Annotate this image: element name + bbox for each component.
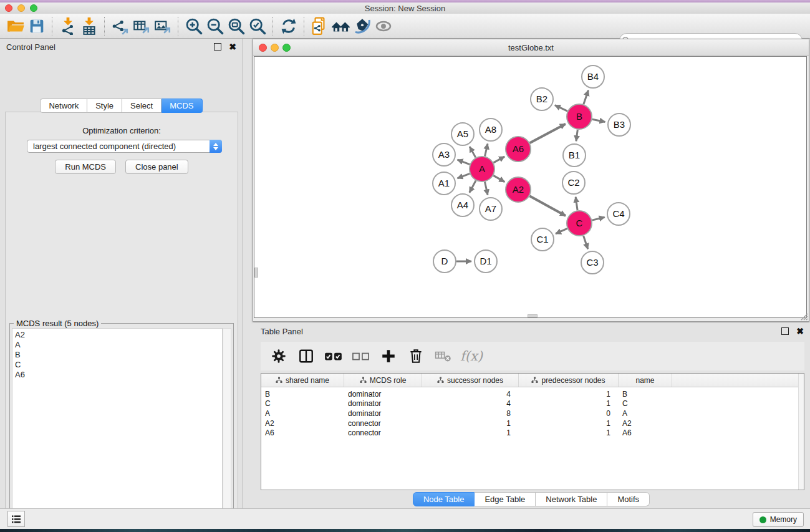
- cell: A2: [619, 419, 672, 428]
- table-panel-title: Table Panel: [261, 327, 303, 336]
- export-table-icon[interactable]: [131, 16, 152, 36]
- show-hide-eye-icon[interactable]: [373, 16, 394, 36]
- graph-node-B4[interactable]: B4: [582, 65, 604, 88]
- graph-node-A2[interactable]: A2: [506, 177, 531, 202]
- svg-text:B1: B1: [569, 150, 580, 160]
- column-header-mcds-role[interactable]: MCDS role: [344, 374, 422, 387]
- graph-node-C2[interactable]: C2: [562, 172, 585, 194]
- graph-node-D[interactable]: D: [433, 250, 456, 273]
- svg-text:A3: A3: [438, 149, 450, 160]
- graph-node-D1[interactable]: D1: [475, 250, 497, 273]
- column-header-successor-nodes[interactable]: successor nodes: [422, 374, 519, 387]
- graph-node-A8[interactable]: A8: [480, 118, 502, 141]
- optimization-criterion-label: Optimization criterion:: [6, 126, 238, 135]
- show-columns-icon[interactable]: [294, 345, 318, 367]
- svg-text:D: D: [441, 256, 448, 266]
- hide-graphics-details-icon[interactable]: [352, 16, 373, 36]
- graph-node-B2[interactable]: B2: [531, 88, 553, 110]
- optimization-criterion-value: largest connected component (directed): [27, 142, 210, 151]
- zoom-selected-icon[interactable]: [247, 16, 268, 36]
- graph-node-C1[interactable]: C1: [531, 228, 554, 251]
- svg-text:A: A: [479, 163, 485, 174]
- toolbar-separator: [104, 17, 105, 36]
- mcds-result-list[interactable]: A2ABCA6: [12, 328, 223, 532]
- toolbar-separator: [272, 17, 274, 36]
- deselect-all-icon[interactable]: [349, 345, 373, 367]
- svg-text:A1: A1: [438, 178, 450, 188]
- save-session-icon[interactable]: [26, 16, 47, 36]
- zoom-out-icon[interactable]: [205, 16, 226, 36]
- graph-node-A1[interactable]: A1: [433, 172, 455, 195]
- graph-node-C[interactable]: C: [567, 211, 592, 236]
- result-item-b[interactable]: B: [15, 350, 222, 360]
- task-history-button[interactable]: [7, 511, 25, 527]
- cell: A: [261, 409, 344, 418]
- export-image-icon[interactable]: [152, 16, 173, 36]
- graph-node-A3[interactable]: A3: [433, 143, 455, 166]
- table-row-a2[interactable]: A2connector11A2: [261, 418, 804, 428]
- graph-node-A[interactable]: A: [470, 157, 494, 181]
- tab-mcds[interactable]: MCDS: [162, 99, 202, 113]
- tab-select[interactable]: Select: [122, 99, 162, 113]
- column-header-shared-name[interactable]: shared name: [261, 374, 344, 387]
- table-row-a[interactable]: Adominator80A: [261, 409, 804, 418]
- zoom-fit-icon[interactable]: [226, 16, 247, 36]
- mcds-tab-content: Optimization criterion: largest connecte…: [5, 112, 238, 532]
- graph-node-A5[interactable]: A5: [451, 123, 474, 145]
- graph-node-C3[interactable]: C3: [581, 251, 604, 274]
- first-neighbors-icon[interactable]: [330, 16, 352, 36]
- graph-node-A6[interactable]: A6: [506, 137, 531, 162]
- control-panel-title: Control Panel: [6, 42, 55, 52]
- open-session-icon[interactable]: [5, 16, 26, 36]
- optimization-criterion-select[interactable]: largest connected component (directed): [27, 140, 222, 153]
- table-row-c[interactable]: Cdominator41C: [261, 399, 804, 409]
- canvas-vscroll-handle[interactable]: [254, 268, 258, 278]
- tab-node-table[interactable]: Node Table: [413, 492, 475, 506]
- result-item-c[interactable]: C: [15, 360, 222, 370]
- canvas-hscroll-handle[interactable]: [528, 314, 538, 317]
- table-close-panel-icon[interactable]: ✖: [796, 328, 804, 334]
- add-column-icon[interactable]: [377, 345, 400, 367]
- table-float-panel-icon[interactable]: [781, 327, 789, 335]
- table-options-gear-icon[interactable]: [267, 345, 291, 367]
- delete-columns-icon[interactable]: [404, 345, 428, 367]
- select-all-checked-icon[interactable]: [322, 345, 345, 367]
- memory-button[interactable]: Memory: [753, 512, 804, 527]
- network-from-selection-icon[interactable]: [309, 16, 330, 36]
- graph-node-B[interactable]: B: [567, 104, 592, 129]
- column-header-predecessor-nodes[interactable]: predecessor nodes: [519, 374, 619, 387]
- table-row-a6[interactable]: A6connector11A6: [261, 428, 804, 438]
- graph-node-B1[interactable]: B1: [563, 144, 586, 167]
- result-item-a6[interactable]: A6: [15, 370, 222, 380]
- toolbar-separator: [52, 17, 53, 36]
- apply-layout-icon[interactable]: [278, 16, 299, 36]
- edge-A-A1: [458, 173, 470, 178]
- export-network-icon[interactable]: [110, 16, 131, 36]
- tab-network[interactable]: Network: [40, 99, 87, 113]
- tab-motifs[interactable]: Motifs: [607, 492, 650, 506]
- result-item-a[interactable]: A: [15, 340, 222, 350]
- result-item-a2[interactable]: A2: [15, 330, 222, 340]
- tab-network-table[interactable]: Network Table: [536, 492, 607, 506]
- graph-node-B3[interactable]: B3: [608, 114, 630, 136]
- svg-text:C4: C4: [612, 208, 624, 219]
- tab-edge-table[interactable]: Edge Table: [475, 492, 536, 506]
- graph-node-A7[interactable]: A7: [480, 198, 502, 220]
- graph-node-C4[interactable]: C4: [607, 203, 630, 225]
- run-mcds-button[interactable]: Run MCDS: [55, 160, 116, 174]
- network-canvas[interactable]: B4B2BB3A5A8A6A3AB1A1C2A2A4A7C4CC1C3DD1: [254, 56, 807, 318]
- tab-style[interactable]: Style: [87, 99, 122, 113]
- graph-node-A4[interactable]: A4: [451, 194, 474, 216]
- close-panel-button[interactable]: Close panel: [125, 160, 188, 174]
- table-scrollbar[interactable]: [798, 374, 804, 490]
- close-panel-icon[interactable]: ✖: [229, 44, 236, 50]
- float-panel-icon[interactable]: [214, 43, 221, 51]
- column-header-name[interactable]: name: [619, 374, 672, 387]
- import-network-icon[interactable]: [57, 16, 79, 36]
- import-table-icon[interactable]: [79, 16, 100, 36]
- result-list-scrollbar[interactable]: [223, 328, 231, 532]
- resize-grip[interactable]: [799, 312, 808, 321]
- cell: 1: [519, 428, 619, 437]
- zoom-in-icon[interactable]: [183, 16, 205, 36]
- table-row-b[interactable]: Bdominator41B: [261, 389, 804, 399]
